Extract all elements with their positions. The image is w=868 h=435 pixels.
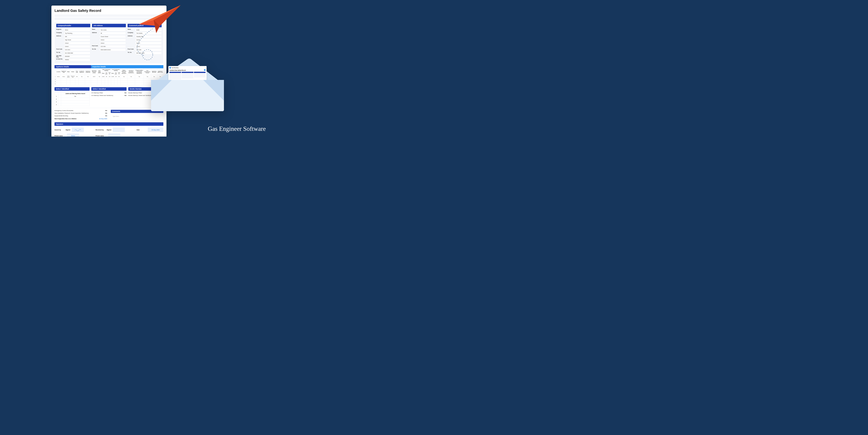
paper-plane-icon — [137, 3, 182, 38]
signature-squiggle-icon — [74, 128, 81, 131]
receiver-name-box[interactable] — [108, 134, 120, 137]
mid-columns: Defect / Identified Labels and Warning N… — [55, 87, 163, 106]
lower-section: Emergency Control AccessibleNA Gas Insta… — [55, 110, 163, 121]
table-row: 4 — [55, 104, 90, 106]
table-row: 3 — [55, 100, 90, 104]
company-header: Company/Installer — [56, 24, 90, 27]
table-row: 1DemoDemoGlow WormFlexicom 30cxRSYesYes3… — [55, 75, 163, 78]
table-row: 4 — [55, 83, 163, 85]
comments-input[interactable]: Type here... — [111, 114, 163, 121]
appliance-details-header: Appliance Details — [55, 65, 91, 68]
table-row: 2 — [55, 78, 163, 81]
co-alarm-column: Defect / Identified CO Alarm(s) FittedNA… — [91, 87, 126, 106]
signature-header: Signature — [55, 122, 163, 126]
received-by-col: Received by Signed Pinted name — [96, 127, 133, 137]
comments-column: Comments Type here... — [111, 110, 163, 121]
mini-title: Landlord Gas Safety Record — [169, 70, 186, 71]
defect-table: Labels and Warning Notice Issued 1No234 — [55, 92, 90, 106]
envelope-front — [151, 80, 224, 111]
table-row: 3 — [55, 81, 163, 83]
company-column: Company/Installer EngineerDemo CompanyTo… — [56, 24, 90, 62]
issuer-name-box[interactable]: Demo — [67, 134, 79, 137]
checks-column: Emergency Control AccessibleNA Gas Insta… — [55, 110, 107, 121]
date-box[interactable]: 23-Sep-2002 — [148, 127, 163, 132]
date-col: Date 23-Sep-2002 — [136, 127, 163, 137]
envelope-graphic: Top Plumbing Landlord Gas Safety Record — [151, 59, 224, 111]
table-row: 2 — [55, 98, 90, 100]
details-headers: Appliance Details Inspection Details — [55, 65, 163, 68]
defect-header: Defect / Identified — [55, 87, 90, 91]
receiver-signature-box[interactable] — [113, 127, 125, 132]
signature-row: Issued by Signed Pinted name Demo Receiv… — [55, 127, 163, 137]
mini-brand: Top Plumbing — [172, 67, 179, 68]
issuer-signature-box[interactable] — [72, 127, 84, 132]
next-inspection-date: 22-Sep-2023 — [99, 118, 107, 119]
footer-brand-text: Gas Engineer Software — [208, 125, 266, 133]
mini-tag — [204, 69, 206, 71]
issued-by-col: Issued by Signed Pinted name Demo — [55, 127, 92, 137]
appliance-table: Location Appliance Type Make Model Flue … — [55, 68, 163, 85]
mini-logo-icon — [169, 67, 171, 68]
job-address-column: Job Address NameTom Jones Address98 Chur… — [92, 24, 126, 62]
engineer-value: Demo — [64, 29, 90, 31]
table-row: 1No — [55, 95, 90, 98]
defect-column: Defect / Identified Labels and Warning N… — [55, 87, 90, 106]
next-inspection-label: Next Inspection Due on or Before — [55, 118, 76, 119]
job-header: Job Address — [92, 24, 126, 27]
